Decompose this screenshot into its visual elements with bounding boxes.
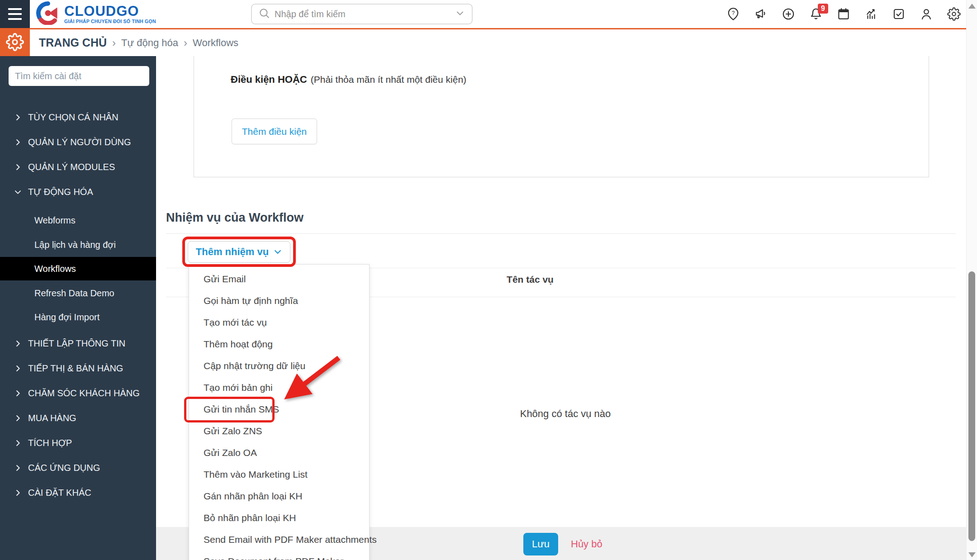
scrollbar-down-arrow[interactable] [968,552,976,557]
chevron-right-icon [14,138,22,147]
logo-tagline: GIẢI PHÁP CHUYỂN ĐỔI SỐ TINH GỌN [64,19,156,24]
scrollbar-thumb[interactable] [968,271,975,541]
chevron-right-icon [14,414,22,422]
chevron-down-icon [273,247,282,256]
sidebar-item-refresh-data-demo[interactable]: Refresh Data Demo [0,286,156,300]
sidebar-section-apps[interactable]: CÁC ỨNG DỤNG [0,461,156,475]
menu-item-remove-label[interactable]: Bỏ nhãn phân loại KH [189,507,369,529]
sidebar-item-scheduler[interactable]: Lập lịch và hàng đợi [0,238,156,252]
condition-title-line: Điều kiện HOẶC(Phải thỏa mãn ít nhất một… [231,74,466,85]
accent-divider [0,28,966,29]
sidebar-item-webforms[interactable]: Webforms [0,214,156,227]
global-search[interactable] [251,4,473,24]
menu-item-add-activity[interactable]: Thêm hoạt động [189,333,369,355]
chevron-right-icon [14,489,22,497]
menu-item-assign-label[interactable]: Gán nhãn phân loại KH [189,485,369,507]
menu-toggle-button[interactable] [0,0,30,28]
notifications-bell-icon[interactable]: 9 [809,7,823,21]
svg-text:?: ? [732,10,735,16]
breadcrumb-workflows[interactable]: Workflows [193,37,238,49]
sidebar-section-customer-care[interactable]: CHĂM SÓC KHÁCH HÀNG [0,386,156,400]
add-record-icon[interactable] [782,7,795,21]
breadcrumb-automation[interactable]: Tự động hóa [121,37,178,49]
top-bar: CLOUDGO GIẢI PHÁP CHUYỂN ĐỔI SỐ TINH GỌN… [0,0,977,28]
chevron-right-icon [14,464,22,472]
chevron-right-icon [14,113,22,122]
menu-item-update-field[interactable]: Cập nhật trường dữ liệu [189,355,369,377]
settings-sidebar: TÙY CHỌN CÁ NHÂN QUẢN LÝ NGƯỜI DÙNG QUẢN… [0,56,156,560]
logo-title: CLOUDGO [64,4,156,19]
section-divider [166,233,956,234]
add-condition-button[interactable]: Thêm điều kiện [232,119,317,144]
chevron-right-icon [14,389,22,398]
chevron-down-icon[interactable] [455,8,465,20]
gear-icon [6,33,24,53]
chevron-down-icon [14,188,22,196]
notification-badge: 9 [818,4,828,14]
breadcrumb-separator: › [184,37,187,49]
add-task-button[interactable]: Thêm nhiệm vụ [188,241,290,263]
add-task-dropdown-menu: Gửi Email Gọi hàm tự định nghĩa Tạo mới … [189,264,370,560]
sidebar-section-user-management[interactable]: QUẢN LÝ NGƯỜI DÙNG [0,135,156,149]
sidebar-section-integrations[interactable]: TÍCH HỢP [0,436,156,450]
chevron-right-icon [14,439,22,447]
menu-item-custom-function[interactable]: Gọi hàm tự định nghĩa [189,290,369,312]
cloudgo-logo-icon [36,1,60,27]
cancel-button[interactable]: Hủy bỏ [571,533,602,555]
menu-item-add-marketing-list[interactable]: Thêm vào Marketing List [189,464,369,485]
condition-title: Điều kiện HOẶC [231,74,307,85]
breadcrumb-separator: › [112,37,116,49]
sidebar-section-automation[interactable]: TỰ ĐỘNG HÓA [0,185,156,199]
breadcrumb-bar: TRANG CHỦ › Tự động hóa › Workflows [0,29,966,56]
tasks-heading: Nhiệm vụ của Workflow [166,211,304,225]
user-profile-icon[interactable] [920,7,933,21]
sidebar-section-info-setup[interactable]: THIẾT LẬP THÔNG TIN [0,337,156,350]
chevron-right-icon [14,163,22,171]
sidebar-section-personal-options[interactable]: TÙY CHỌN CÁ NHÂN [0,110,156,124]
breadcrumb-home[interactable]: TRANG CHỦ [39,36,107,49]
menu-item-save-document-pdf-maker[interactable]: Save Document from PDF Maker [189,551,369,560]
settings-gear-icon[interactable] [947,7,961,21]
sidebar-item-import-queue[interactable]: Hàng đợi Import [0,310,156,324]
cloudgo-logo[interactable]: CLOUDGO GIẢI PHÁP CHUYỂN ĐỔI SỐ TINH GỌN [36,2,156,26]
menu-item-send-email[interactable]: Gửi Email [189,268,369,290]
megaphone-icon[interactable] [754,7,768,21]
global-search-input[interactable] [275,9,450,19]
calendar-icon[interactable] [837,7,850,21]
menu-item-send-email-pdf-maker[interactable]: Send Email with PDF Maker attachments [189,529,369,551]
save-button[interactable]: Lưu [523,533,558,555]
menu-item-create-task[interactable]: Tạo mới tác vụ [189,312,369,333]
analytics-chart-icon[interactable] [864,7,878,21]
menu-item-send-sms[interactable]: Gửi tin nhắn SMS [189,399,369,420]
breadcrumb: TRANG CHỦ › Tự động hóa › Workflows [39,29,238,56]
sidebar-section-purchasing[interactable]: MUA HÀNG [0,411,156,425]
topbar-icon-nav: ? 9 [726,0,961,28]
menu-item-create-record[interactable]: Tạo mới bản ghi [189,377,369,399]
vertical-scrollbar[interactable] [966,0,977,560]
location-help-icon[interactable]: ? [726,7,740,21]
sidebar-search-input[interactable] [9,66,149,86]
search-icon [258,7,270,21]
scrollbar-up-arrow[interactable] [968,4,976,9]
sidebar-section-modules-management[interactable]: QUẢN LÝ MODULES [0,160,156,174]
sidebar-section-marketing-sales[interactable]: TIẾP THỊ & BÁN HÀNG [0,361,156,375]
tasks-checkbox-icon[interactable] [892,7,906,21]
condition-hint: (Phải thỏa mãn ít nhất một điều kiện) [311,74,466,85]
settings-module-tile [0,29,30,56]
menu-item-send-zalo-oa[interactable]: Gửi Zalo OA [189,442,369,464]
menu-item-send-zalo-zns[interactable]: Gửi Zalo ZNS [189,420,369,442]
chevron-right-icon [14,364,22,373]
sidebar-section-other-settings[interactable]: CÀI ĐẶT KHÁC [0,486,156,499]
sidebar-item-workflows-active[interactable]: Workflows [0,257,156,280]
chevron-right-icon [14,339,22,348]
